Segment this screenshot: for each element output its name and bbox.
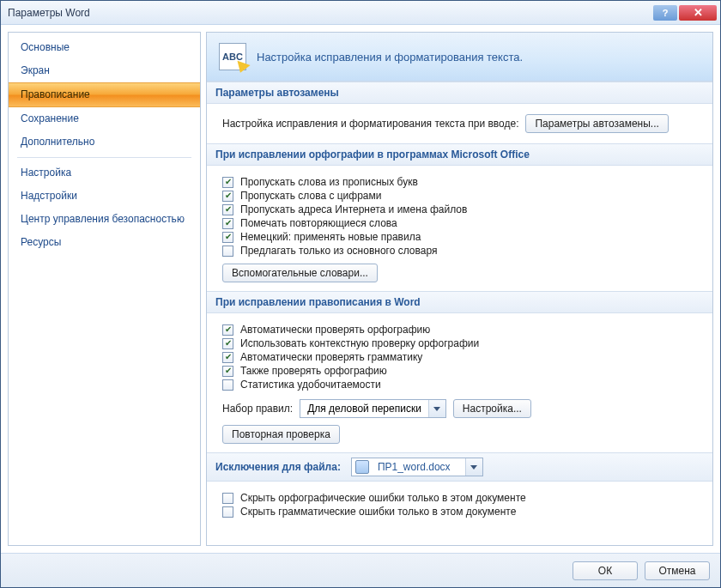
sidebar-item-display[interactable]: Экран bbox=[9, 59, 200, 82]
checkbox[interactable] bbox=[222, 352, 233, 363]
header-text: Настройка исправления и форматирования т… bbox=[257, 51, 523, 64]
autocorrect-options-button[interactable]: Параметры автозамены... bbox=[525, 114, 668, 133]
button-label: Повторная проверка bbox=[232, 428, 330, 440]
checkbox[interactable] bbox=[222, 177, 233, 188]
section-title-autocorrect: Параметры автозамены bbox=[207, 82, 712, 104]
button-label: Вспомогательные словари... bbox=[232, 267, 368, 279]
section-title-exceptions: Исключения для файла: ПР1_word.docx bbox=[207, 452, 712, 482]
section-body-autocorrect: Настройка исправления и форматирования т… bbox=[207, 104, 712, 143]
sidebar-item-label: Центр управления безопасностью bbox=[21, 213, 185, 225]
sidebar-item-resources[interactable]: Ресурсы bbox=[9, 231, 200, 254]
abc-check-icon: ABC bbox=[219, 43, 246, 70]
content-panel: ABC Настройка исправления и форматирован… bbox=[206, 32, 713, 546]
checkbox[interactable] bbox=[222, 493, 233, 504]
ruleset-dropdown[interactable]: Для деловой переписки bbox=[300, 399, 446, 418]
section-body-office-spell: Пропускать слова из прописных букв Пропу… bbox=[207, 166, 712, 291]
exceptions-title-label: Исключения для файла: bbox=[215, 461, 341, 473]
checkbox[interactable] bbox=[222, 246, 233, 257]
sidebar-item-label: Сохранение bbox=[21, 112, 79, 124]
ruleset-label: Набор правил: bbox=[222, 403, 293, 415]
recheck-button[interactable]: Повторная проверка bbox=[222, 425, 340, 444]
ruleset-settings-button[interactable]: Настройка... bbox=[453, 399, 531, 418]
checkbox-label: Помечать повторяющиеся слова bbox=[240, 217, 397, 229]
exceptions-file-dropdown[interactable]: ПР1_word.docx bbox=[351, 458, 483, 476]
sidebar-item-label: Экран bbox=[21, 64, 50, 76]
dropdown-value: Для деловой переписки bbox=[300, 403, 428, 415]
checkbox[interactable] bbox=[222, 324, 233, 336]
checkbox[interactable] bbox=[222, 506, 233, 518]
autocorrect-desc: Настройка исправления и форматирования т… bbox=[222, 118, 518, 130]
titlebar: Параметры Word ? ✕ bbox=[1, 1, 720, 25]
section-title-office-spell: При исправлении орфографии в программах … bbox=[207, 143, 712, 166]
button-label: Параметры автозамены... bbox=[535, 118, 658, 130]
sidebar-separator bbox=[17, 157, 191, 158]
ok-button[interactable]: ОК bbox=[573, 561, 638, 580]
section-title-word-spell: При исправлении правописания в Word bbox=[207, 291, 712, 313]
button-label: ОК bbox=[598, 565, 612, 577]
dialog-body: Основные Экран Правописание Сохранение Д… bbox=[1, 25, 720, 553]
button-label: Настройка... bbox=[463, 403, 522, 415]
checkbox-label: Пропускать слова с цифрами bbox=[240, 190, 381, 202]
dialog-window: Параметры Word ? ✕ Основные Экран Правоп… bbox=[0, 0, 721, 588]
checkbox-label: Скрыть орфографические ошибки только в э… bbox=[240, 492, 526, 504]
sidebar-item-label: Надстройки bbox=[21, 190, 77, 202]
checkbox-label: Предлагать только из основного словаря bbox=[240, 245, 437, 257]
checkbox[interactable] bbox=[222, 379, 233, 391]
sidebar-item-label: Ресурсы bbox=[21, 236, 61, 248]
checkbox-label: Также проверять орфографию bbox=[240, 365, 387, 377]
checkbox-label: Автоматически проверять орфографию bbox=[240, 324, 430, 336]
checkbox-label: Использовать контекстную проверку орфогр… bbox=[240, 337, 479, 349]
checkbox-label: Немецкий: применять новые правила bbox=[240, 231, 421, 243]
checkbox[interactable] bbox=[222, 204, 233, 215]
window-title: Параметры Word bbox=[8, 7, 653, 19]
sidebar-item-trustcenter[interactable]: Центр управления безопасностью bbox=[9, 208, 200, 231]
checkbox[interactable] bbox=[222, 232, 233, 243]
checkbox-label: Автоматически проверять грамматику bbox=[240, 351, 422, 363]
checkbox[interactable] bbox=[222, 366, 233, 377]
help-icon: ? bbox=[663, 8, 669, 18]
sidebar-item-save[interactable]: Сохранение bbox=[9, 107, 200, 130]
titlebar-buttons: ? ✕ bbox=[653, 5, 717, 21]
sidebar-item-label: Настройка bbox=[21, 167, 71, 179]
sidebar: Основные Экран Правописание Сохранение Д… bbox=[8, 32, 201, 546]
close-icon: ✕ bbox=[694, 6, 703, 19]
checkbox-label: Статистика удобочитаемости bbox=[240, 379, 381, 391]
sidebar-item-addins[interactable]: Надстройки bbox=[9, 185, 200, 208]
sidebar-item-label: Основные bbox=[21, 41, 70, 53]
sidebar-item-advanced[interactable]: Дополнительно bbox=[9, 130, 200, 154]
checkbox[interactable] bbox=[222, 191, 233, 202]
sidebar-item-proofing[interactable]: Правописание bbox=[9, 82, 200, 107]
section-body-word-spell: Автоматически проверять орфографию Испол… bbox=[207, 313, 712, 452]
sidebar-item-customize[interactable]: Настройка bbox=[9, 161, 200, 185]
section-body-exceptions: Скрыть орфографические ошибки только в э… bbox=[207, 482, 712, 528]
header-strip: ABC Настройка исправления и форматирован… bbox=[207, 33, 712, 82]
checkbox[interactable] bbox=[222, 338, 233, 349]
sidebar-item-label: Правописание bbox=[21, 88, 90, 100]
chevron-down-icon bbox=[428, 400, 445, 417]
checkbox-label: Скрыть грамматические ошибки только в эт… bbox=[240, 506, 516, 518]
custom-dictionaries-button[interactable]: Вспомогательные словари... bbox=[222, 264, 378, 282]
button-label: Отмена bbox=[658, 565, 695, 577]
checkbox-label: Пропускать слова из прописных букв bbox=[240, 176, 418, 188]
checkbox[interactable] bbox=[222, 218, 233, 229]
cancel-button[interactable]: Отмена bbox=[645, 561, 710, 580]
sidebar-item-label: Дополнительно bbox=[21, 136, 94, 148]
close-button[interactable]: ✕ bbox=[679, 5, 717, 21]
checkbox-label: Пропускать адреса Интернета и имена файл… bbox=[240, 203, 467, 215]
sidebar-item-general[interactable]: Основные bbox=[9, 36, 200, 59]
help-button[interactable]: ? bbox=[653, 5, 677, 21]
document-icon bbox=[355, 460, 369, 474]
icon-label: ABC bbox=[222, 52, 243, 62]
dropdown-value: ПР1_word.docx bbox=[371, 461, 465, 473]
chevron-down-icon bbox=[465, 458, 482, 476]
dialog-footer: ОК Отмена bbox=[1, 553, 720, 587]
